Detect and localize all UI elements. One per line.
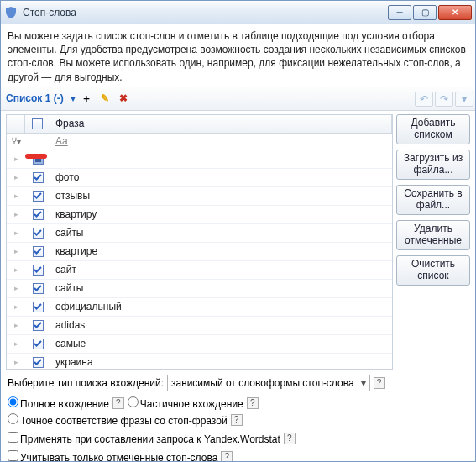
expand-icon[interactable]: ▸ bbox=[7, 173, 25, 181]
expand-icon[interactable]: ▸ bbox=[7, 358, 25, 366]
phrase-column-header[interactable]: Фраза bbox=[50, 115, 392, 133]
filter-icon[interactable]: Ⴤ▾ bbox=[7, 137, 25, 146]
table-row[interactable]: ▸сайты bbox=[7, 224, 392, 243]
table-row[interactable]: ▸сайт bbox=[7, 261, 392, 280]
grid-rows: ▸▸фото▸отзывы▸квартиру▸сайты▸квартире▸са… bbox=[7, 150, 392, 369]
help-icon[interactable]: ? bbox=[221, 451, 233, 462]
expand-icon[interactable]: ▸ bbox=[7, 284, 25, 292]
expand-icon[interactable]: ▸ bbox=[7, 339, 25, 348]
check-column-header[interactable] bbox=[25, 115, 50, 133]
partial-match-radio[interactable]: Частичное вхождение bbox=[128, 396, 243, 410]
minimize-button[interactable]: ─ bbox=[388, 5, 411, 20]
expand-icon[interactable]: ▸ bbox=[7, 228, 25, 237]
chevron-down-icon[interactable]: ▾ bbox=[455, 92, 473, 107]
search-type-label: Выберите тип поиска вхождений: bbox=[8, 377, 164, 389]
help-icon[interactable]: ? bbox=[112, 397, 124, 409]
app-icon bbox=[4, 6, 18, 19]
save-file-button[interactable]: Сохранить в файл... bbox=[396, 185, 470, 215]
expand-icon[interactable]: ▸ bbox=[7, 155, 25, 163]
row-checkbox[interactable] bbox=[33, 357, 44, 368]
expand-icon[interactable]: ▸ bbox=[7, 302, 25, 311]
add-list-button[interactable]: Добавить списком bbox=[396, 114, 470, 144]
search-type-select[interactable]: зависимый от словоформы стоп-слова bbox=[167, 375, 370, 391]
redo-button[interactable]: ↷ bbox=[435, 92, 453, 107]
description-text: Вы можете задать список стоп-слов и отме… bbox=[1, 24, 475, 87]
row-checkbox[interactable] bbox=[33, 209, 44, 220]
expand-column-header bbox=[7, 115, 25, 133]
help-icon[interactable]: ? bbox=[247, 397, 259, 409]
exact-match-radio[interactable]: Точное соответствие фразы со стоп-фразой bbox=[8, 413, 228, 427]
table-row[interactable]: ▸adidas bbox=[7, 317, 392, 335]
close-button[interactable]: ✕ bbox=[438, 5, 472, 20]
add-list-button[interactable]: ＋ bbox=[79, 91, 94, 106]
phrase-cell: официальный bbox=[50, 301, 392, 312]
load-file-button[interactable]: Загрузить из файла... bbox=[396, 150, 470, 180]
row-checkbox[interactable] bbox=[33, 320, 44, 331]
phrase-cell: фото bbox=[50, 171, 392, 183]
phrase-cell: квартире bbox=[50, 245, 392, 257]
phrase-cell: сайт bbox=[50, 264, 392, 276]
table-row[interactable]: ▸ bbox=[7, 150, 392, 169]
expand-icon[interactable]: ▸ bbox=[7, 247, 25, 255]
phrase-cell: отзывы bbox=[50, 190, 392, 202]
row-checkbox[interactable] bbox=[33, 191, 44, 202]
row-checkbox[interactable] bbox=[33, 339, 44, 349]
delete-list-button[interactable]: ✖ bbox=[116, 91, 131, 106]
phrase-cell: adidas bbox=[50, 319, 392, 331]
clear-list-button[interactable]: Очистить список bbox=[396, 255, 470, 286]
window-title: Стоп-слова bbox=[23, 7, 388, 18]
window-titlebar: Стоп-слова ─ ▢ ✕ bbox=[1, 1, 475, 24]
annotation-mark bbox=[25, 154, 47, 159]
wordstat-checkbox[interactable]: Применять при составлении запроса к Yand… bbox=[8, 432, 280, 445]
row-checkbox[interactable] bbox=[33, 283, 44, 294]
maximize-button[interactable]: ▢ bbox=[413, 5, 437, 20]
table-row[interactable]: ▸квартире bbox=[7, 243, 392, 261]
edit-list-button[interactable]: ✎ bbox=[97, 91, 112, 106]
row-checkbox[interactable] bbox=[33, 228, 44, 239]
row-checkbox[interactable] bbox=[33, 265, 44, 276]
stopwords-grid: Фраза Ⴤ▾ Aa ▸▸фото▸отзывы▸квартиру▸сайты… bbox=[6, 114, 393, 370]
row-checkbox[interactable] bbox=[33, 302, 44, 312]
expand-icon[interactable]: ▸ bbox=[7, 265, 25, 274]
phrase-cell: сайты bbox=[50, 227, 392, 239]
checkbox-icon[interactable] bbox=[32, 118, 43, 129]
table-row[interactable]: ▸фото bbox=[7, 169, 392, 187]
chevron-down-icon[interactable]: ▾ bbox=[71, 92, 76, 104]
help-icon[interactable]: ? bbox=[374, 377, 385, 389]
delete-checked-button[interactable]: Удалить отмеченные bbox=[396, 220, 470, 250]
expand-icon[interactable]: ▸ bbox=[7, 321, 25, 329]
row-checkbox[interactable] bbox=[33, 246, 44, 257]
phrase-cell: самые bbox=[50, 338, 392, 349]
full-match-radio[interactable]: Полное вхождение bbox=[8, 396, 109, 410]
phrase-cell: украина bbox=[50, 356, 392, 368]
expand-icon[interactable]: ▸ bbox=[7, 210, 25, 218]
only-checked-checkbox[interactable]: Учитывать только отмеченные стоп-слова bbox=[8, 450, 217, 462]
phrase-cell: сайты bbox=[50, 282, 392, 294]
table-row[interactable]: ▸официальный bbox=[7, 298, 392, 317]
table-row[interactable]: ▸квартиру bbox=[7, 206, 392, 224]
help-icon[interactable]: ? bbox=[231, 414, 243, 426]
help-icon[interactable]: ? bbox=[284, 433, 296, 444]
expand-icon[interactable]: ▸ bbox=[7, 192, 25, 200]
table-row[interactable]: ▸отзывы bbox=[7, 187, 392, 206]
phrase-cell: квартиру bbox=[50, 208, 392, 220]
undo-button[interactable]: ↶ bbox=[415, 92, 433, 107]
table-row[interactable]: ▸украина bbox=[7, 354, 392, 369]
row-checkbox[interactable] bbox=[33, 172, 44, 183]
table-row[interactable]: ▸самые bbox=[7, 335, 392, 354]
filter-input[interactable]: Aa bbox=[50, 135, 392, 147]
table-row[interactable]: ▸сайты bbox=[7, 280, 392, 298]
list-selector-label[interactable]: Список 1 (-) bbox=[6, 92, 64, 104]
